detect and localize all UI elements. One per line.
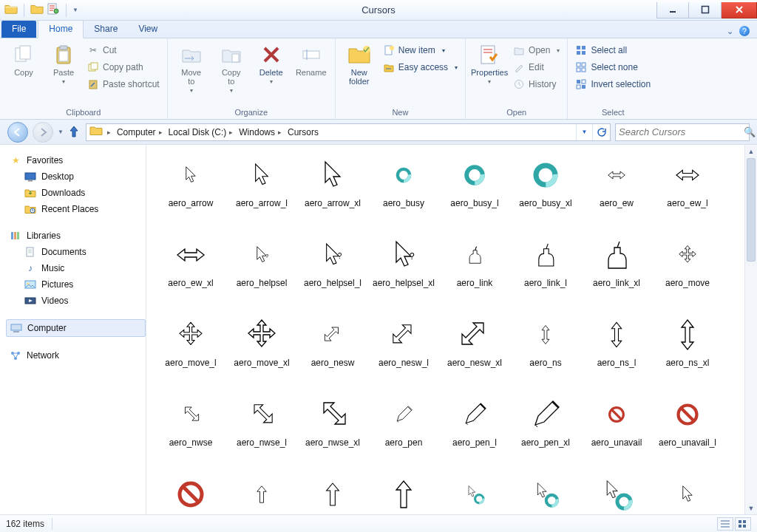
file-item[interactable]: aero_nwse_l bbox=[226, 393, 297, 473]
file-item[interactable]: aero_link bbox=[439, 233, 510, 313]
file-item[interactable]: aero_up_xl bbox=[368, 473, 439, 514]
file-item[interactable]: aero_nwse bbox=[155, 393, 226, 473]
file-item[interactable]: aero_ns_l bbox=[581, 313, 652, 393]
breadcrumb-root[interactable]: ▸ bbox=[103, 129, 114, 136]
recent-locations-dropdown[interactable]: ▼ bbox=[58, 129, 64, 135]
file-item[interactable]: aero_move bbox=[652, 233, 723, 313]
file-item[interactable]: aero_unavail_xl bbox=[155, 473, 226, 514]
search-input[interactable] bbox=[619, 126, 744, 137]
properties-button[interactable]: Properties▾ bbox=[470, 40, 509, 88]
move-to-button[interactable]: Move to▾ bbox=[172, 40, 211, 97]
file-item[interactable]: aero_pen bbox=[368, 393, 439, 473]
cut-button[interactable]: ✂Cut bbox=[84, 43, 163, 58]
breadcrumb-2[interactable]: Windows▸ bbox=[236, 127, 285, 137]
scroll-up-icon[interactable]: ▲ bbox=[745, 145, 757, 157]
sidebar-item-videos[interactable]: Videos bbox=[6, 293, 146, 309]
search-icon[interactable]: 🔍 bbox=[744, 126, 756, 137]
close-button[interactable] bbox=[722, 2, 757, 18]
up-button[interactable] bbox=[68, 125, 81, 140]
breadcrumb-0[interactable]: Computer▸ bbox=[114, 127, 166, 137]
open-button[interactable]: Open▾ bbox=[510, 43, 563, 58]
invert-selection-button[interactable]: Invert selection bbox=[572, 77, 654, 92]
breadcrumb-3[interactable]: Cursors bbox=[285, 127, 322, 137]
maximize-button[interactable] bbox=[689, 2, 722, 18]
file-item[interactable]: aero_arrow bbox=[155, 154, 226, 233]
file-item[interactable]: aero_pen_xl bbox=[510, 393, 581, 473]
select-none-button[interactable]: Select none bbox=[572, 60, 654, 75]
file-item[interactable]: aero_nwse_xl bbox=[297, 393, 368, 473]
file-item[interactable]: aero_move_xl bbox=[226, 313, 297, 393]
sidebar-item-recent[interactable]: Recent Places bbox=[6, 201, 146, 217]
qat-properties-icon[interactable] bbox=[47, 3, 60, 17]
file-item[interactable]: aero_ew_xl bbox=[155, 233, 226, 313]
file-item[interactable]: ? aero_helpsel_l bbox=[297, 233, 368, 313]
tab-file[interactable]: File bbox=[1, 21, 36, 38]
rename-button[interactable]: Rename bbox=[292, 40, 330, 80]
back-button[interactable] bbox=[7, 122, 28, 143]
file-item[interactable]: aero_busy_l bbox=[439, 154, 510, 233]
sidebar-item-desktop[interactable]: Desktop bbox=[6, 168, 146, 185]
paste-shortcut-button[interactable]: Paste shortcut bbox=[84, 77, 163, 92]
sidebar-item-pictures[interactable]: Pictures bbox=[6, 276, 146, 293]
scroll-thumb[interactable] bbox=[747, 158, 756, 262]
scrollbar[interactable]: ▲ ▼ bbox=[744, 145, 757, 514]
tab-view[interactable]: View bbox=[128, 21, 168, 38]
scroll-down-icon[interactable]: ▼ bbox=[745, 502, 757, 514]
sidebar-item-music[interactable]: ♪Music bbox=[6, 260, 146, 276]
file-item[interactable]: aero_pen_l bbox=[439, 393, 510, 473]
help-icon[interactable]: ? bbox=[739, 26, 750, 36]
file-item[interactable]: aero_nesw_xl bbox=[439, 313, 510, 393]
delete-button[interactable]: Delete▾ bbox=[252, 40, 291, 88]
file-item[interactable]: aero_working_l bbox=[510, 473, 581, 514]
paste-button[interactable]: Paste ▾ bbox=[44, 40, 83, 88]
new-folder-button[interactable]: New folder bbox=[340, 40, 378, 89]
address-history-dropdown[interactable]: ▼ bbox=[576, 124, 592, 140]
file-item[interactable]: aero_nesw bbox=[297, 313, 368, 393]
copy-button[interactable]: Copy bbox=[4, 40, 43, 80]
history-button[interactable]: History bbox=[510, 77, 563, 92]
icons-view-button[interactable] bbox=[735, 517, 751, 531]
file-item[interactable]: aero_ns_xl bbox=[652, 313, 723, 393]
sidebar-libraries[interactable]: Libraries bbox=[6, 228, 146, 244]
file-item[interactable]: aero_ns bbox=[510, 313, 581, 393]
sidebar-favorites[interactable]: ★Favorites bbox=[6, 152, 146, 168]
sidebar-item-downloads[interactable]: Downloads bbox=[6, 185, 146, 201]
file-item[interactable]: aero_unavail_l bbox=[652, 393, 723, 473]
qat-dropdown-icon[interactable]: ▼ bbox=[72, 7, 78, 13]
search-box[interactable]: 🔍 bbox=[615, 123, 750, 141]
tab-share[interactable]: Share bbox=[84, 21, 128, 38]
file-item[interactable]: aero_up bbox=[226, 473, 297, 514]
file-item[interactable]: aero_arrow_l bbox=[226, 154, 297, 233]
sidebar-item-documents[interactable]: Documents bbox=[6, 244, 146, 260]
file-item[interactable]: aero_arrow_xl bbox=[297, 154, 368, 233]
file-item[interactable]: aero_unavail bbox=[581, 393, 652, 473]
select-all-button[interactable]: Select all bbox=[572, 43, 654, 58]
file-item[interactable]: aero_ew_l bbox=[652, 154, 723, 233]
file-item[interactable]: aero_working_xl_ bbox=[652, 473, 723, 514]
sidebar-network[interactable]: Network bbox=[6, 347, 146, 364]
easy-access-button[interactable]: Easy access▾ bbox=[380, 60, 461, 75]
ribbon-minimize-icon[interactable]: ⌄ bbox=[727, 27, 733, 36]
file-item[interactable]: aero_link_xl bbox=[581, 233, 652, 313]
address-bar[interactable]: ▸ Computer▸ Local Disk (C:)▸ Windows▸ Cu… bbox=[86, 123, 611, 141]
file-item[interactable]: aero_nesw_l bbox=[368, 313, 439, 393]
file-item[interactable]: aero_busy_xl bbox=[510, 154, 581, 233]
refresh-button[interactable] bbox=[592, 124, 608, 140]
file-item[interactable]: aero_working_xl bbox=[581, 473, 652, 514]
minimize-button[interactable] bbox=[656, 2, 689, 18]
tab-home[interactable]: Home bbox=[38, 20, 84, 38]
file-item[interactable]: aero_move_l bbox=[155, 313, 226, 393]
file-item[interactable]: aero_link_l bbox=[510, 233, 581, 313]
file-item[interactable]: aero_working bbox=[439, 473, 510, 514]
new-item-button[interactable]: New item▾ bbox=[380, 43, 461, 58]
copy-to-button[interactable]: Copy to▾ bbox=[212, 40, 251, 97]
forward-button[interactable] bbox=[33, 122, 53, 143]
file-item[interactable]: ? aero_helpsel bbox=[226, 233, 297, 313]
file-item[interactable]: aero_up_l bbox=[297, 473, 368, 514]
file-item[interactable]: ? aero_helpsel_xl bbox=[368, 233, 439, 313]
edit-button[interactable]: Edit bbox=[510, 60, 563, 75]
file-item[interactable]: aero_ew bbox=[581, 154, 652, 233]
breadcrumb-1[interactable]: Local Disk (C:)▸ bbox=[166, 127, 237, 137]
details-view-button[interactable] bbox=[717, 517, 733, 531]
copy-path-button[interactable]: Copy path bbox=[84, 60, 163, 75]
